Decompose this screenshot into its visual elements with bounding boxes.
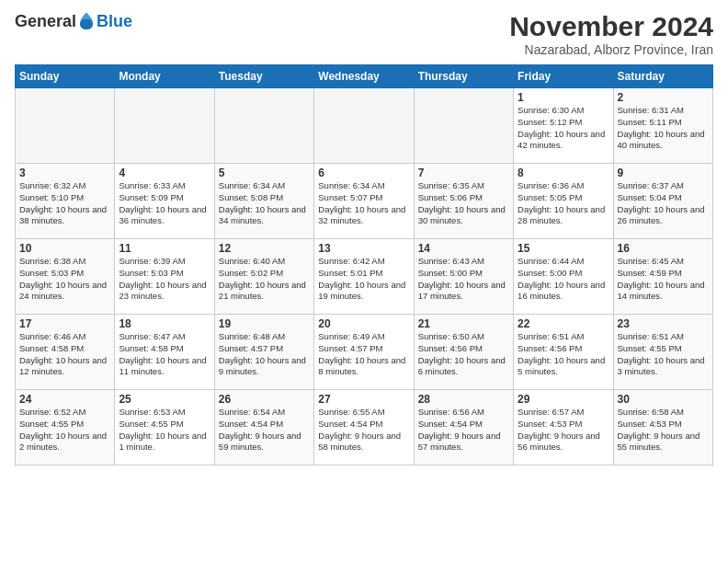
calendar-week-row: 24Sunrise: 6:52 AM Sunset: 4:55 PM Dayli…	[16, 390, 713, 465]
day-detail: Sunrise: 6:43 AM Sunset: 5:00 PM Dayligh…	[418, 256, 509, 303]
calendar-cell: 7Sunrise: 6:35 AM Sunset: 5:06 PM Daylig…	[414, 164, 513, 239]
calendar-cell: 12Sunrise: 6:40 AM Sunset: 5:02 PM Dayli…	[214, 239, 313, 315]
day-number: 1	[518, 91, 609, 104]
calendar-cell	[16, 88, 115, 164]
day-detail: Sunrise: 6:30 AM Sunset: 5:12 PM Dayligh…	[518, 105, 609, 152]
calendar-cell: 3Sunrise: 6:32 AM Sunset: 5:10 PM Daylig…	[16, 164, 115, 239]
day-detail: Sunrise: 6:46 AM Sunset: 4:58 PM Dayligh…	[19, 331, 110, 378]
day-detail: Sunrise: 6:54 AM Sunset: 4:54 PM Dayligh…	[219, 407, 310, 454]
calendar-cell: 25Sunrise: 6:53 AM Sunset: 4:55 PM Dayli…	[115, 390, 214, 465]
calendar-week-row: 10Sunrise: 6:38 AM Sunset: 5:03 PM Dayli…	[16, 239, 713, 315]
logo-blue: Blue	[97, 12, 132, 31]
calendar-cell: 30Sunrise: 6:58 AM Sunset: 4:53 PM Dayli…	[613, 390, 712, 465]
calendar-week-row: 1Sunrise: 6:30 AM Sunset: 5:12 PM Daylig…	[16, 88, 713, 164]
day-detail: Sunrise: 6:53 AM Sunset: 4:55 PM Dayligh…	[119, 407, 210, 454]
day-detail: Sunrise: 6:33 AM Sunset: 5:09 PM Dayligh…	[119, 180, 210, 227]
day-detail: Sunrise: 6:56 AM Sunset: 4:54 PM Dayligh…	[418, 407, 509, 454]
logo-general: General	[15, 12, 76, 31]
weekday-header-row: SundayMondayTuesdayWednesdayThursdayFrid…	[16, 65, 713, 88]
day-number: 28	[418, 393, 509, 406]
calendar-cell: 4Sunrise: 6:33 AM Sunset: 5:09 PM Daylig…	[115, 164, 214, 239]
month-title: November 2024	[509, 11, 713, 42]
calendar-cell: 15Sunrise: 6:44 AM Sunset: 5:00 PM Dayli…	[514, 239, 613, 315]
day-number: 3	[19, 167, 110, 179]
day-number: 24	[19, 393, 110, 406]
day-number: 2	[618, 91, 709, 104]
weekday-header: Saturday	[613, 65, 712, 88]
day-number: 23	[618, 317, 709, 330]
calendar-cell	[314, 88, 414, 164]
day-detail: Sunrise: 6:48 AM Sunset: 4:57 PM Dayligh…	[219, 331, 310, 378]
calendar-week-row: 17Sunrise: 6:46 AM Sunset: 4:58 PM Dayli…	[16, 315, 713, 390]
calendar-table: SundayMondayTuesdayWednesdayThursdayFrid…	[15, 64, 713, 465]
day-detail: Sunrise: 6:37 AM Sunset: 5:04 PM Dayligh…	[618, 180, 709, 227]
day-number: 20	[318, 317, 409, 330]
calendar-cell: 19Sunrise: 6:48 AM Sunset: 4:57 PM Dayli…	[214, 315, 313, 390]
calendar-cell: 13Sunrise: 6:42 AM Sunset: 5:01 PM Dayli…	[314, 239, 414, 315]
day-number: 4	[119, 167, 210, 179]
weekday-header: Thursday	[414, 65, 513, 88]
day-number: 6	[318, 167, 409, 179]
day-number: 25	[119, 393, 210, 406]
weekday-header: Tuesday	[214, 65, 313, 88]
day-detail: Sunrise: 6:34 AM Sunset: 5:08 PM Dayligh…	[219, 180, 310, 227]
day-detail: Sunrise: 6:31 AM Sunset: 5:11 PM Dayligh…	[618, 105, 709, 152]
weekday-header: Monday	[115, 65, 214, 88]
calendar-cell: 6Sunrise: 6:34 AM Sunset: 5:07 PM Daylig…	[314, 164, 414, 239]
day-number: 19	[219, 317, 310, 330]
calendar-cell: 11Sunrise: 6:39 AM Sunset: 5:03 PM Dayli…	[115, 239, 214, 315]
calendar-cell: 23Sunrise: 6:51 AM Sunset: 4:55 PM Dayli…	[613, 315, 712, 390]
day-detail: Sunrise: 6:34 AM Sunset: 5:07 PM Dayligh…	[318, 180, 409, 227]
day-number: 9	[618, 167, 709, 179]
logo: General Blue	[15, 11, 132, 31]
day-number: 26	[219, 393, 310, 406]
calendar-cell: 1Sunrise: 6:30 AM Sunset: 5:12 PM Daylig…	[514, 88, 613, 164]
day-detail: Sunrise: 6:51 AM Sunset: 4:55 PM Dayligh…	[618, 331, 709, 378]
day-number: 12	[219, 242, 310, 255]
day-number: 27	[318, 393, 409, 406]
calendar-cell: 22Sunrise: 6:51 AM Sunset: 4:56 PM Dayli…	[514, 315, 613, 390]
day-number: 30	[618, 393, 709, 406]
page-header: General Blue November 2024 Nazarabad, Al…	[15, 11, 713, 57]
day-number: 21	[418, 317, 509, 330]
calendar-cell: 14Sunrise: 6:43 AM Sunset: 5:00 PM Dayli…	[414, 239, 513, 315]
day-detail: Sunrise: 6:40 AM Sunset: 5:02 PM Dayligh…	[219, 256, 310, 303]
day-detail: Sunrise: 6:58 AM Sunset: 4:53 PM Dayligh…	[618, 407, 709, 454]
day-detail: Sunrise: 6:52 AM Sunset: 4:55 PM Dayligh…	[19, 407, 110, 454]
day-number: 7	[418, 167, 509, 179]
calendar-cell: 29Sunrise: 6:57 AM Sunset: 4:53 PM Dayli…	[514, 390, 613, 465]
calendar-cell: 20Sunrise: 6:49 AM Sunset: 4:57 PM Dayli…	[314, 315, 414, 390]
day-number: 29	[518, 393, 609, 406]
day-detail: Sunrise: 6:32 AM Sunset: 5:10 PM Dayligh…	[19, 180, 110, 227]
day-detail: Sunrise: 6:51 AM Sunset: 4:56 PM Dayligh…	[518, 331, 609, 378]
day-number: 13	[318, 242, 409, 255]
calendar-cell: 26Sunrise: 6:54 AM Sunset: 4:54 PM Dayli…	[214, 390, 313, 465]
day-detail: Sunrise: 6:50 AM Sunset: 4:56 PM Dayligh…	[418, 331, 509, 378]
day-number: 14	[418, 242, 509, 255]
weekday-header: Friday	[514, 65, 613, 88]
day-number: 10	[19, 242, 110, 255]
day-number: 15	[518, 242, 609, 255]
calendar-cell: 5Sunrise: 6:34 AM Sunset: 5:08 PM Daylig…	[214, 164, 313, 239]
day-detail: Sunrise: 6:49 AM Sunset: 4:57 PM Dayligh…	[318, 331, 409, 378]
day-number: 16	[618, 242, 709, 255]
calendar-cell: 17Sunrise: 6:46 AM Sunset: 4:58 PM Dayli…	[16, 315, 115, 390]
day-number: 18	[119, 317, 210, 330]
calendar-cell: 24Sunrise: 6:52 AM Sunset: 4:55 PM Dayli…	[16, 390, 115, 465]
day-detail: Sunrise: 6:45 AM Sunset: 4:59 PM Dayligh…	[618, 256, 709, 303]
weekday-header: Wednesday	[314, 65, 414, 88]
calendar-cell: 9Sunrise: 6:37 AM Sunset: 5:04 PM Daylig…	[613, 164, 712, 239]
calendar-cell	[115, 88, 214, 164]
day-number: 22	[518, 317, 609, 330]
page-container: General Blue November 2024 Nazarabad, Al…	[0, 0, 728, 563]
title-block: November 2024 Nazarabad, Alborz Province…	[509, 11, 713, 57]
day-detail: Sunrise: 6:39 AM Sunset: 5:03 PM Dayligh…	[119, 256, 210, 303]
calendar-cell: 28Sunrise: 6:56 AM Sunset: 4:54 PM Dayli…	[414, 390, 513, 465]
logo-icon	[76, 11, 97, 31]
logo-text: General Blue	[15, 11, 132, 31]
day-detail: Sunrise: 6:47 AM Sunset: 4:58 PM Dayligh…	[119, 331, 210, 378]
calendar-cell: 2Sunrise: 6:31 AM Sunset: 5:11 PM Daylig…	[613, 88, 712, 164]
location: Nazarabad, Alborz Province, Iran	[509, 42, 713, 57]
calendar-cell: 8Sunrise: 6:36 AM Sunset: 5:05 PM Daylig…	[514, 164, 613, 239]
calendar-cell	[414, 88, 513, 164]
